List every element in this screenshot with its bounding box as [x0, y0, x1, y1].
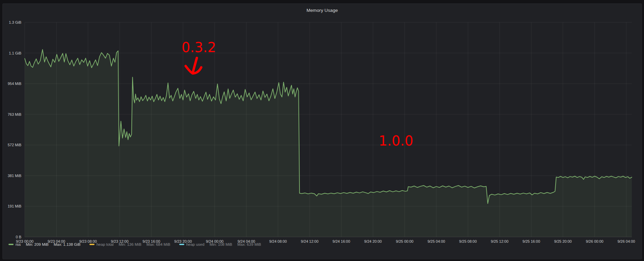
y-axis-tick-label: 954 MiB: [8, 82, 21, 86]
x-axis-tick-label: 9/24 16:00: [333, 239, 350, 243]
legend-series-max: Max: 1.138 GiB: [54, 242, 80, 246]
heap-used-series-color-dash: [179, 244, 184, 245]
x-axis-tick-label: 9/25 04:00: [428, 239, 445, 243]
x-axis-tick-label: 9/24 12:00: [301, 239, 318, 243]
legend-series-min: Min: 108 MiB: [209, 242, 232, 246]
legend-item-heap-total: heap total Min: 136 MiB Max: 684 MiB: [89, 242, 170, 246]
x-axis-tick-label: 9/25 00:00: [396, 239, 413, 243]
legend-item-heap-used: heap used Min: 108 MiB Max: 639 MiB: [179, 242, 261, 246]
chart-legend: rss Min: 209 MiB Max: 1.138 GiB heap tot…: [8, 242, 261, 246]
x-axis-tick-label: 9/25 12:00: [491, 239, 508, 243]
annotation-text-1-0-0: 1.0.0: [379, 133, 413, 149]
memory-usage-chart[interactable]: 0 B191 MiB381 MiB572 MiB763 MiB954 MiB1.…: [3, 4, 644, 261]
annotation-arrow-shaft: [193, 58, 197, 73]
grafana-page: 0 B191 MiB381 MiB572 MiB763 MiB954 MiB1.…: [0, 0, 644, 261]
rss-series-color-dash: [8, 244, 14, 245]
legend-series-max: Max: 684 MiB: [146, 242, 170, 246]
x-axis-tick-label: 9/24 08:00: [269, 239, 287, 243]
x-axis-tick-label: 9/25 16:00: [522, 239, 540, 243]
panel-title[interactable]: Memory Usage: [3, 8, 642, 13]
memory-usage-panel: 0 B191 MiB381 MiB572 MiB763 MiB954 MiB1.…: [2, 3, 642, 259]
legend-series-name[interactable]: heap used: [186, 242, 205, 246]
y-axis-tick-label: 763 MiB: [8, 112, 21, 116]
legend-series-name[interactable]: rss: [16, 242, 21, 246]
legend-series-min: Min: 136 MiB: [119, 242, 141, 246]
y-axis-tick-label: 572 MiB: [8, 143, 21, 147]
heap-total-series-color-dash: [89, 244, 95, 245]
y-axis-tick-label: 1.1 GiB: [9, 51, 21, 55]
legend-series-max: Max: 639 MiB: [237, 242, 261, 246]
x-axis-tick-label: 9/25 08:00: [459, 239, 477, 243]
y-axis-tick-label: 191 MiB: [8, 204, 21, 208]
rss-series-fill: [25, 49, 632, 237]
legend-item-rss: rss Min: 209 MiB Max: 1.138 GiB: [8, 242, 81, 246]
x-axis-tick-label: 9/25 20:00: [554, 239, 572, 243]
y-axis-tick-label: 0 B: [16, 235, 21, 239]
legend-series-min: Min: 209 MiB: [26, 242, 48, 246]
x-axis-tick-label: 9/26 04:00: [618, 239, 635, 243]
annotation-text-0-3-2: 0.3.2: [182, 40, 216, 55]
x-axis-tick-label: 9/26 00:00: [586, 239, 603, 243]
y-axis-tick-label: 1.3 GiB: [9, 20, 21, 24]
y-axis-tick-label: 381 MiB: [8, 174, 21, 178]
x-axis-tick-label: 9/24 20:00: [364, 239, 382, 243]
legend-series-name[interactable]: heap total: [97, 242, 114, 246]
